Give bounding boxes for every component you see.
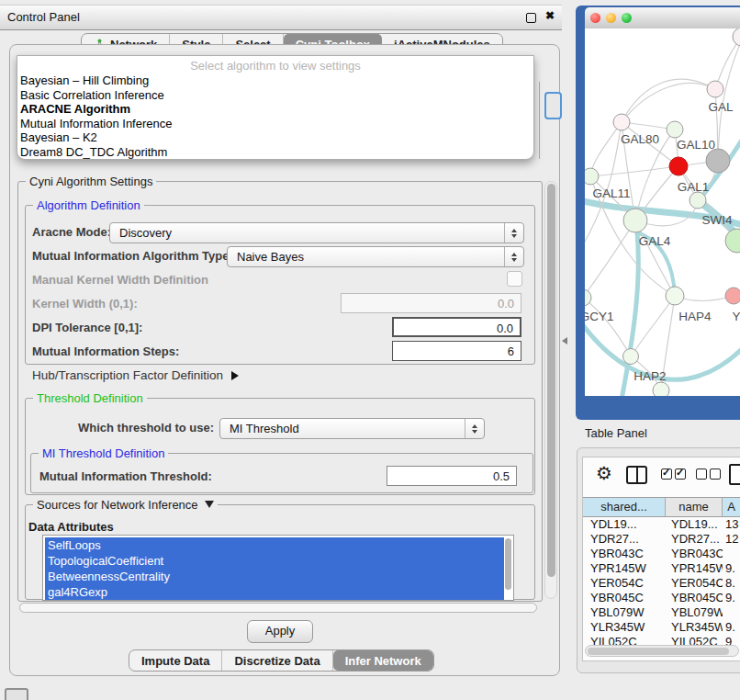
column-header-a[interactable]: A — [723, 498, 740, 516]
threshold-definition-title: Threshold Definition — [33, 391, 147, 405]
hub-definition-label: Hub/Transcription Factor Definition — [32, 368, 223, 382]
zoom-traffic-light-icon[interactable] — [622, 13, 632, 23]
algorithm-option[interactable]: Basic Correlation Inference — [17, 88, 533, 103]
settings-vertical-scrollbar[interactable] — [544, 181, 557, 599]
minimize-traffic-light-icon[interactable] — [606, 13, 616, 23]
tab-impute-data[interactable]: Impute Data — [129, 650, 222, 671]
attribute-item[interactable]: SelfLoops — [45, 537, 504, 553]
algorithm-option[interactable]: ARACNE Algorithm — [17, 102, 533, 117]
network-node-gal4[interactable] — [623, 209, 647, 232]
clipped-corner-icon[interactable] — [5, 688, 28, 700]
algorithm-option[interactable]: Mutual Information Inference — [17, 117, 533, 131]
table-cell: 8. — [723, 576, 740, 591]
table-row[interactable]: YER054CYER054C8. — [583, 576, 740, 591]
table-row[interactable]: YBR043CYBR043C — [583, 547, 740, 561]
table-cell: YBR043C — [583, 547, 666, 561]
algorithm-option[interactable]: Bayesian – Hill Climbing — [17, 73, 533, 88]
table-cell: YDR27... — [583, 532, 666, 547]
hub-definition-toggle[interactable]: Hub/Transcription Factor Definition — [32, 368, 239, 382]
table-cell: YPR145W — [583, 561, 666, 576]
network-node[interactable] — [725, 229, 740, 253]
column-header-name[interactable]: name — [666, 498, 723, 516]
table-cell: YLR345W — [583, 620, 666, 635]
algorithm-dropdown: Select algorithm to view settings Bayesi… — [17, 55, 534, 160]
deselect-all-checkboxes-icon[interactable] — [696, 469, 723, 480]
mi-type-select[interactable]: Naive Bayes — [227, 246, 524, 267]
expanded-arrow-icon — [205, 501, 214, 508]
table-cell: YBL079W — [583, 605, 666, 620]
clipped-toolbar-icon[interactable] — [729, 464, 740, 485]
table-row[interactable]: YBL079WYBL079W — [583, 605, 740, 620]
attribute-item[interactable]: gal4RGexp — [45, 584, 504, 600]
table-row[interactable]: YDR27...YDR27...12 — [583, 532, 740, 547]
table-cell: 9. — [723, 561, 740, 576]
algorithm-option[interactable]: Dream8 DC_TDC Algorithm — [17, 145, 533, 160]
network-node-hap4[interactable] — [666, 287, 684, 305]
data-attributes-list[interactable]: SelfLoopsTopologicalCoefficientBetweenne… — [42, 535, 514, 601]
algorithm-option[interactable]: Bayesian – K2 — [17, 130, 533, 145]
aracne-mode-select[interactable]: Discovery — [109, 222, 524, 243]
network-canvas[interactable]: GALGAL80GAL10GAL1GAL11SWI4GAL4GCY1HAP4YH… — [585, 28, 740, 396]
network-node-y[interactable] — [725, 288, 740, 304]
float-window-icon[interactable] — [526, 13, 536, 23]
table-row[interactable]: YIL052CYIL052C9 — [583, 635, 740, 645]
stepper-arrows-icon — [504, 223, 523, 243]
table-row[interactable]: YLR345WYLR345W9. — [583, 620, 740, 635]
network-node-gal80[interactable] — [613, 114, 630, 130]
mi-steps-field[interactable]: 6 — [392, 341, 521, 361]
table-cell: YER054C — [666, 576, 723, 591]
network-node-gal10[interactable] — [667, 121, 683, 138]
tab-infer-network[interactable]: Infer Network — [333, 650, 433, 671]
scrollbar-thumb[interactable] — [588, 648, 729, 655]
attribute-item[interactable]: BetweennessCentrality — [45, 569, 504, 584]
manual-kernel-label: Manual Kernel Width Definition — [32, 273, 208, 287]
network-node-gal[interactable] — [707, 81, 723, 97]
table-cell: YDL19... — [666, 517, 723, 532]
manual-kernel-checkbox[interactable] — [507, 271, 522, 287]
table-cell: YBR045C — [583, 591, 666, 605]
node-label: GAL10 — [677, 138, 715, 152]
gear-icon[interactable]: ⚙ — [596, 464, 612, 482]
tab-discretize-data[interactable]: Discretize Data — [222, 650, 332, 671]
table-row[interactable]: YBR045CYBR045C9. — [583, 591, 740, 605]
panel-divider-arrow[interactable] — [562, 337, 567, 344]
sources-group-title[interactable]: Sources for Network Inference — [33, 498, 218, 512]
attribute-item[interactable]: TopologicalCoefficient — [45, 553, 504, 569]
scrollbar-thumb[interactable] — [547, 184, 555, 577]
apply-button[interactable]: Apply — [247, 620, 313, 643]
tab-label: Impute Data — [141, 654, 209, 668]
close-icon[interactable]: ✖ — [545, 9, 555, 22]
settings-horizontal-scrollbar[interactable] — [19, 603, 537, 613]
table-body: YDL19...YDL19...13YDR27...YDR27...12YBR0… — [583, 517, 740, 645]
table-horizontal-scrollbar[interactable] — [585, 645, 739, 657]
select-all-checkboxes-icon[interactable] — [661, 469, 689, 480]
close-traffic-light-icon[interactable] — [590, 13, 600, 23]
table-header: shared...nameA — [583, 497, 740, 517]
dpi-tolerance-field[interactable]: 0.0 — [392, 317, 521, 337]
network-edge — [622, 83, 715, 122]
algorithm-option-list: Bayesian – Hill ClimbingBasic Correlatio… — [17, 73, 533, 159]
table-cell — [723, 547, 740, 561]
network-node[interactable] — [733, 28, 740, 46]
table-cell: 13 — [723, 517, 740, 532]
network-node-swi4[interactable] — [690, 192, 706, 209]
network-node[interactable] — [653, 382, 669, 396]
network-node[interactable] — [706, 149, 730, 173]
table-panel-title: Table Panel — [585, 426, 647, 440]
column-header-shared-[interactable]: shared... — [583, 498, 666, 516]
table-cell: 9. — [723, 620, 740, 635]
which-threshold-select[interactable]: MI Threshold — [219, 418, 485, 439]
network-node-gal11[interactable] — [585, 168, 599, 185]
table-row[interactable]: YPR145WYPR145W9. — [583, 561, 740, 576]
table-cell: YDL19... — [583, 517, 666, 532]
mi-threshold-field[interactable]: 0.5 — [387, 466, 517, 486]
table-row[interactable]: YDL19...YDL19...13 — [583, 517, 740, 532]
network-node-hap2[interactable] — [623, 349, 639, 365]
table-cell: 12 — [723, 532, 740, 547]
kernel-width-field[interactable]: 0.0 — [341, 293, 521, 313]
list-scrollbar[interactable] — [505, 538, 511, 590]
network-edge — [635, 220, 675, 296]
network-node-gal1[interactable] — [669, 157, 688, 175]
split-columns-icon[interactable] — [626, 466, 647, 484]
table-cell: YBL079W — [666, 605, 723, 620]
